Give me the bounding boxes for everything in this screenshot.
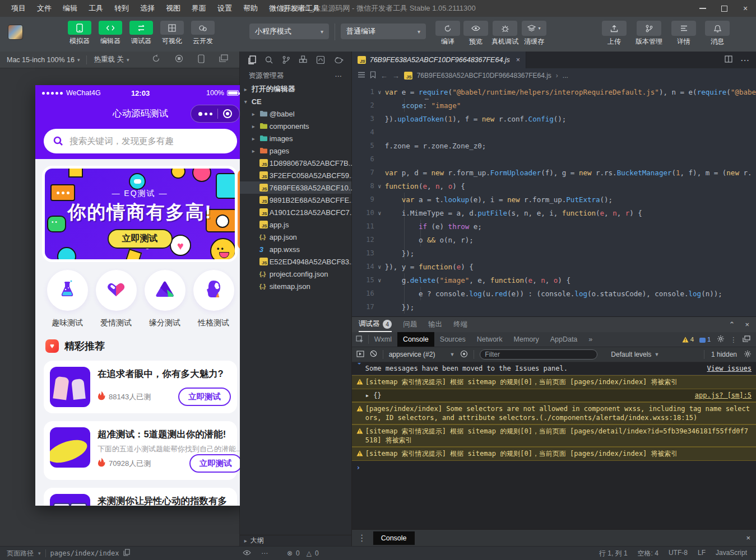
undock-icon[interactable] bbox=[743, 335, 750, 344]
menu-item-1[interactable]: 文件 bbox=[31, 0, 57, 17]
multi-window-icon[interactable] bbox=[219, 54, 228, 65]
toggle-cloud-button[interactable]: 云开发 bbox=[190, 21, 216, 46]
preview-button[interactable]: 预览 bbox=[463, 21, 488, 46]
warning-count-badge[interactable]: 4 bbox=[682, 336, 694, 343]
inspect-element-icon[interactable] bbox=[352, 335, 369, 344]
exit-icon[interactable] bbox=[223, 109, 232, 118]
clear-console-icon[interactable] bbox=[370, 350, 377, 359]
tree-folder[interactable]: ▸pages bbox=[240, 144, 351, 157]
menu-item-2[interactable]: 编辑 bbox=[57, 0, 83, 17]
restart-icon[interactable] bbox=[152, 54, 160, 65]
card-test-button[interactable]: 立即测试 bbox=[178, 388, 231, 406]
device-frame-icon[interactable] bbox=[198, 54, 205, 65]
back-icon[interactable]: ← bbox=[381, 72, 388, 80]
tree-file[interactable]: JS3F2EFC058A52ABCF59... bbox=[240, 169, 351, 181]
tab-problems[interactable]: 问题 bbox=[403, 317, 417, 332]
device-select[interactable]: Mac 15-inch 100% 16 ▾ bbox=[7, 56, 80, 64]
menu-item-0[interactable]: 项目 bbox=[6, 0, 31, 17]
messages-button[interactable]: 消息 bbox=[705, 21, 730, 46]
tree-file[interactable]: JS9891B2E68A52ABCFFE... bbox=[240, 194, 351, 206]
recommend-card-2[interactable]: 来测测你让异性心动的指数有多 bbox=[44, 488, 237, 506]
drawer-console-tab[interactable]: Console bbox=[373, 531, 415, 545]
issue-count-badge[interactable]: 1 bbox=[699, 336, 711, 343]
banner-test-button[interactable]: 立即测试 bbox=[108, 229, 173, 249]
more-icon[interactable] bbox=[198, 112, 212, 116]
tree-file[interactable]: JSA1901C218A52ABCFC7... bbox=[240, 206, 351, 218]
category-3[interactable]: 性格测试 bbox=[193, 270, 234, 328]
tab-terminal[interactable]: 终端 bbox=[453, 317, 467, 332]
collapse-panel-icon[interactable]: ⌃ bbox=[729, 320, 735, 329]
context-select[interactable]: appservice (#2) ▼ bbox=[389, 351, 455, 358]
plugin-icon[interactable] bbox=[333, 56, 344, 64]
toggle-visualization-button[interactable]: 可视化 bbox=[159, 21, 185, 46]
devtools-tab-appdata[interactable]: AppData bbox=[545, 332, 583, 347]
console-message-warn[interactable]: [sitemap 索引情况提示] 根据 sitemap 的规则[0]，当前页面 … bbox=[352, 447, 756, 461]
extensions-icon[interactable] bbox=[299, 55, 308, 64]
devtools-tab-network[interactable]: Network bbox=[471, 332, 508, 347]
cursor-position[interactable]: 行 1, 列 1 bbox=[599, 549, 628, 558]
live-expression-icon[interactable] bbox=[460, 350, 468, 360]
more-actions-icon[interactable]: ⋯ bbox=[335, 72, 342, 80]
remote-debug-button[interactable]: 真机调试 bbox=[491, 21, 518, 46]
tree-file[interactable]: {..}app.json bbox=[240, 231, 351, 243]
editor-tab[interactable]: JS 76B9FE638A52ABCF10DF96648367FE64.js × bbox=[352, 52, 526, 68]
hot-reload-select[interactable]: 热重载 关 ▾ bbox=[94, 55, 129, 64]
compile-button[interactable]: 编译 bbox=[435, 21, 460, 46]
search-bar[interactable] bbox=[44, 129, 237, 153]
tree-file[interactable]: JS76B9FE638A52ABCF10... bbox=[240, 181, 351, 194]
console-link[interactable]: app.js? [sm]:5 bbox=[695, 391, 752, 400]
close-drawer-icon[interactable]: × bbox=[746, 534, 750, 542]
console-link[interactable]: View issues bbox=[707, 364, 752, 373]
toggle-simulator-button[interactable]: 模拟器 bbox=[67, 21, 92, 46]
tree-file[interactable]: 3app.wxss bbox=[240, 243, 351, 255]
explorer-icon[interactable] bbox=[248, 55, 257, 64]
search-input[interactable] bbox=[69, 136, 228, 146]
copy-path-icon[interactable] bbox=[123, 549, 130, 558]
npm-icon[interactable] bbox=[316, 55, 325, 64]
project-avatar[interactable] bbox=[8, 25, 23, 40]
category-0[interactable]: 趣味测试 bbox=[47, 270, 88, 328]
toggle-debugger-button[interactable]: 调试器 bbox=[128, 21, 154, 46]
tree-folder[interactable]: ▸components bbox=[240, 120, 351, 132]
clear-cache-button[interactable]: ▾ 清缓存 bbox=[522, 21, 546, 46]
console-message-warn[interactable]: [sitemap 索引情况提示] 根据 sitemap 的规则[0]，当前页面 … bbox=[352, 424, 756, 447]
split-editor-icon[interactable] bbox=[725, 55, 732, 66]
menu-item-7[interactable]: 界面 bbox=[186, 0, 212, 17]
recommend-card-0[interactable]: 在追求者眼中，你有多大魅力?88143人已测立即测试 bbox=[44, 361, 237, 413]
tree-section[interactable]: ▾CE bbox=[240, 95, 351, 108]
forward-icon[interactable]: → bbox=[392, 72, 400, 80]
filter-input[interactable] bbox=[485, 351, 592, 358]
watch-icon[interactable] bbox=[243, 549, 251, 557]
close-panel-icon[interactable]: × bbox=[745, 320, 749, 329]
console-message-obj[interactable]: ▸ {}app.js? [sm]:5 bbox=[352, 389, 756, 402]
minimize-button[interactable] bbox=[692, 0, 713, 17]
tree-file[interactable]: JSE52ED4948A52ABCF83... bbox=[240, 255, 351, 268]
console-message-warn[interactable]: [pages/index/index] Some selectors are n… bbox=[352, 402, 756, 424]
language-mode[interactable]: JavaScript bbox=[716, 549, 747, 558]
tab-debugger[interactable]: 调试器 4 bbox=[359, 317, 392, 332]
menu-item-10[interactable]: 微信开发者工具 bbox=[263, 0, 326, 17]
page-path[interactable]: pages/index/index bbox=[50, 549, 119, 557]
menu-item-4[interactable]: 转到 bbox=[109, 0, 134, 17]
devtools-settings-icon[interactable] bbox=[717, 335, 725, 344]
encoding-setting[interactable]: UTF-8 bbox=[669, 549, 688, 558]
problems-status[interactable]: ⊗ 0 △ 0 bbox=[280, 549, 392, 557]
tree-file[interactable]: JS1D8980678A52ABCF7B... bbox=[240, 157, 351, 169]
tree-file[interactable]: JSapp.js bbox=[240, 218, 351, 231]
path-label[interactable]: 页面路径 bbox=[7, 549, 34, 558]
upload-button[interactable]: 上传 bbox=[602, 21, 627, 46]
code-editor[interactable]: 1∨var e = require("@babel/runtime/helper… bbox=[352, 83, 756, 316]
tree-section[interactable]: ▸打开的编辑器 bbox=[240, 83, 351, 95]
category-1[interactable]: 爱情测试 bbox=[95, 270, 137, 328]
tab-output[interactable]: 输出 bbox=[428, 317, 442, 332]
console-messages[interactable]: Some messages have been moved to the Iss… bbox=[352, 362, 756, 529]
version-control-button[interactable]: 版本管理 bbox=[636, 21, 662, 46]
tree-folder[interactable]: ▸@babel bbox=[240, 108, 351, 120]
tree-folder[interactable]: ▸images bbox=[240, 132, 351, 144]
outline-icon[interactable] bbox=[358, 72, 365, 80]
mode-select[interactable]: 小程序模式 ▾ bbox=[249, 24, 329, 39]
drawer-menu-icon[interactable]: ⋮ bbox=[358, 533, 367, 543]
eval-context-icon[interactable] bbox=[356, 351, 364, 359]
eol-setting[interactable]: LF bbox=[698, 549, 706, 558]
devtools-tab-memory[interactable]: Memory bbox=[508, 332, 545, 347]
